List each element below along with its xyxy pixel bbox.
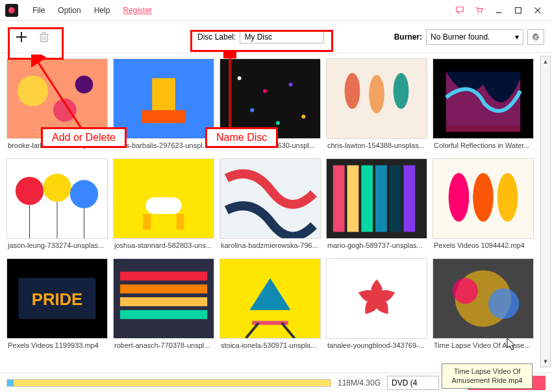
thumbnail-item[interactable]: robert-anasch-770378-unspl... [113, 258, 214, 349]
svg-rect-45 [347, 165, 359, 232]
add-button[interactable] [14, 30, 29, 44]
scroll-up-arrow[interactable]: ▲ [541, 56, 550, 67]
menu-register[interactable]: Register [116, 3, 158, 18]
thumbnail-item[interactable]: chris-lawton-154388-unsplas... [326, 58, 427, 149]
menu-help[interactable]: Help [88, 3, 117, 18]
svg-rect-46 [361, 165, 373, 232]
svg-point-21 [289, 82, 293, 86]
thumbnail-label: Pexels Videos 1094442.mp4 [433, 239, 534, 249]
add-delete-group [8, 26, 57, 48]
feedback-icon[interactable] [453, 4, 466, 17]
thumbnail-label: chris-lawton-154388-unsplas... [326, 139, 427, 149]
svg-point-71 [488, 288, 519, 319]
thumbnail-image [433, 258, 534, 339]
svg-point-34 [70, 180, 98, 208]
thumbnail-label: mario-gogh-589737-unsplas... [326, 239, 427, 249]
disc-label-text: Disc Label: [197, 32, 236, 42]
thumbnail-label: robert-anasch-770378-unspl... [113, 339, 214, 349]
thumbnail-label: joshua-stannard-582803-uns... [113, 239, 214, 249]
thumbnail-item[interactable]: chris-barbalis-627630-unspl... [220, 58, 321, 149]
scroll-down-arrow[interactable]: ▼ [541, 356, 550, 367]
thumbnail-label: jason-leung-733274-unsplas... [6, 239, 108, 249]
burner-select[interactable]: No Burner found. ▾ [426, 29, 523, 45]
svg-point-1 [481, 12, 483, 14]
thumbnail-item[interactable]: karolina-badzmierowska-796... [220, 158, 321, 249]
minimize-button[interactable] [492, 4, 505, 17]
thumbnail-label: Time Lapse Video Of Amuse... [433, 339, 534, 349]
thumbnail-item[interactable]: Pexels Videos 1094442.mp4 [433, 158, 534, 249]
svg-rect-44 [333, 165, 345, 232]
thumbnail-image [6, 158, 108, 239]
svg-point-51 [449, 173, 470, 222]
scroll-track[interactable] [541, 67, 550, 356]
thumbnail-image: PRIDE [6, 258, 108, 339]
thumbnail-item[interactable]: Time Lapse Video Of Amuse... [433, 258, 534, 349]
svg-point-14 [75, 75, 94, 93]
format-select[interactable]: DVD (4 [387, 376, 439, 390]
thumbnail-label: Pexels Videos 1199933.mp4 [6, 339, 108, 349]
thumbnail-item[interactable]: stoica-ionela-530971-unspla... [220, 258, 321, 349]
thumbnail-item[interactable]: brooke-lark-235088-unsplas... [6, 58, 108, 149]
thumbnail-item[interactable]: jason-leung-733274-unsplas... [6, 158, 108, 249]
disc-label-input[interactable] [240, 31, 324, 43]
svg-rect-58 [120, 272, 207, 281]
refresh-button[interactable] [527, 29, 544, 45]
svg-point-27 [369, 75, 384, 113]
thumbnail-label: chris-barbalis-297623-unspl... [113, 139, 214, 149]
svg-rect-41 [177, 214, 184, 230]
thumbnail-item[interactable]: chris-barbalis-297623-unspl... [113, 58, 214, 149]
tooltip: Time Lapse Video Of Amusement Ride.mp4 [442, 363, 533, 389]
svg-point-0 [477, 12, 479, 14]
menu-option[interactable]: Option [51, 3, 87, 18]
thumbnail-grid: brooke-lark-235088-unsplas...chris-barba… [6, 58, 547, 349]
thumbnail-image [6, 58, 108, 139]
svg-point-52 [473, 173, 494, 222]
thumbnail-label: chris-barbalis-627630-unspl... [220, 139, 321, 149]
thumbnail-item[interactable]: PRIDEPexels Videos 1199933.mp4 [6, 258, 108, 349]
thumbnail-image [220, 58, 321, 139]
svg-point-24 [276, 121, 280, 125]
thumbnail-label: stoica-ionela-530971-unspla... [220, 339, 321, 349]
thumbnail-label: karolina-badzmierowska-796... [220, 239, 321, 249]
vertical-scrollbar[interactable]: ▲ ▼ [540, 56, 551, 367]
format-value: DVD (4 [392, 378, 417, 387]
svg-rect-49 [403, 165, 415, 232]
burner-group: Burner: No Burner found. ▾ [394, 29, 544, 45]
svg-point-33 [43, 174, 71, 202]
menu-file[interactable]: File [26, 3, 51, 18]
svg-rect-17 [142, 110, 185, 123]
svg-rect-48 [390, 165, 401, 232]
thumbnail-label: brooke-lark-235088-unsplas... [6, 139, 108, 149]
thumbnail-item[interactable]: tanalee-youngblood-343769-... [326, 258, 427, 349]
maximize-button[interactable] [512, 4, 525, 17]
thumbnail-image [326, 258, 427, 339]
svg-point-26 [345, 73, 360, 109]
svg-point-32 [16, 177, 44, 204]
capacity-bar [6, 379, 331, 387]
svg-rect-60 [120, 297, 207, 306]
svg-rect-18 [220, 59, 320, 138]
chevron-down-icon: ▾ [515, 32, 519, 42]
thumbnail-label: tanalee-youngblood-343769-... [326, 339, 427, 349]
svg-point-70 [453, 278, 478, 303]
close-button[interactable] [531, 4, 544, 17]
size-text: 118M/4.30G [338, 378, 381, 387]
thumbnail-item[interactable]: Colorful Reflections in Water... [433, 58, 534, 149]
svg-point-13 [53, 99, 77, 122]
svg-rect-59 [120, 284, 207, 293]
titlebar: File Option Help Register [0, 0, 552, 21]
thumbnail-image [433, 58, 534, 139]
cart-icon[interactable] [473, 4, 486, 17]
delete-button[interactable] [38, 31, 51, 43]
svg-text:PRIDE: PRIDE [32, 290, 82, 308]
thumbnail-image [113, 258, 214, 339]
thumbnail-image [220, 258, 321, 339]
svg-point-22 [250, 108, 254, 112]
thumbnail-image [326, 58, 427, 139]
svg-rect-40 [143, 214, 151, 230]
svg-point-12 [18, 75, 48, 106]
burner-label: Burner: [394, 32, 422, 42]
thumbnail-item[interactable]: mario-gogh-589737-unsplas... [326, 158, 427, 249]
thumbnail-item[interactable]: joshua-stannard-582803-uns... [113, 158, 214, 249]
thumbnail-image [326, 158, 427, 239]
